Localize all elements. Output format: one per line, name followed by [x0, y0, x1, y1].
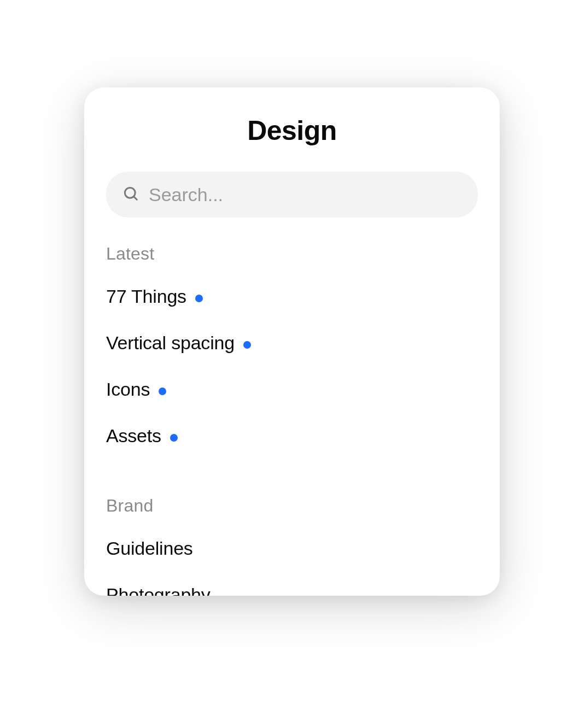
list-item-label: Guidelines [106, 538, 193, 559]
list-item-photography[interactable]: Photography [106, 584, 478, 596]
list-item-label: Vertical spacing [106, 332, 235, 354]
list-brand: Guidelines Photography [106, 538, 478, 596]
section-heading-latest: Latest [106, 244, 478, 264]
list-item-vertical-spacing[interactable]: Vertical spacing [106, 332, 478, 354]
unread-dot-icon [243, 341, 251, 349]
section-heading-brand: Brand [106, 496, 478, 516]
unread-dot-icon [159, 388, 166, 395]
list-latest: 77 Things Vertical spacing Icons Assets [106, 286, 478, 472]
list-item-guidelines[interactable]: Guidelines [106, 538, 478, 559]
unread-dot-icon [170, 434, 178, 442]
search-bar[interactable] [106, 172, 478, 218]
design-panel: Design Latest 77 Things Vertical spacing… [84, 87, 500, 596]
section-spacer [106, 472, 478, 496]
list-item-label: Icons [106, 379, 150, 400]
panel-title: Design [106, 115, 478, 146]
list-item-icons[interactable]: Icons [106, 379, 478, 400]
search-icon [122, 185, 139, 204]
svg-line-1 [134, 197, 137, 200]
unread-dot-icon [195, 295, 203, 302]
search-input[interactable] [149, 184, 462, 206]
section-brand: Brand Guidelines Photography [106, 496, 478, 596]
list-item-label: Assets [106, 425, 161, 447]
list-item-label: Photography [106, 584, 211, 596]
list-item-assets[interactable]: Assets [106, 425, 478, 447]
section-latest: Latest 77 Things Vertical spacing Icons … [106, 244, 478, 472]
list-item-label: 77 Things [106, 286, 186, 307]
list-item-77-things[interactable]: 77 Things [106, 286, 478, 307]
